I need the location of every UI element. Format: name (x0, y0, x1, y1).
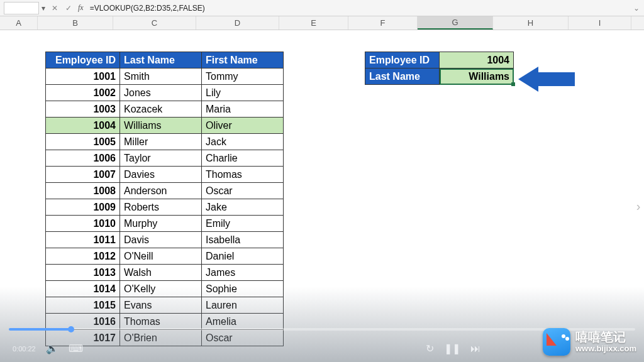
cell-employee-id[interactable]: 1015 (46, 297, 120, 314)
cell-employee-id[interactable]: 1005 (46, 134, 120, 150)
video-progress-bar[interactable] (9, 328, 635, 331)
cell-last-name[interactable]: Miller (120, 134, 202, 150)
cell-first-name[interactable]: Maria (202, 101, 284, 118)
cell-employee-id[interactable]: 1007 (46, 167, 120, 183)
cell-first-name[interactable]: Jake (202, 199, 284, 216)
cell-first-name[interactable]: Daniel (202, 248, 284, 265)
cell-employee-id[interactable]: 1004 (46, 118, 120, 134)
lookup-id-label[interactable]: Employee ID (365, 52, 440, 69)
table-row[interactable]: 1014O'KellySophie (46, 281, 284, 297)
cell-employee-id[interactable]: 1009 (46, 199, 120, 216)
cell-first-name[interactable]: Thomas (202, 167, 284, 183)
cell-first-name[interactable]: Tommy (202, 69, 284, 85)
column-header[interactable]: F (348, 16, 418, 30)
cell-employee-id[interactable]: 1014 (46, 281, 120, 297)
formula-bar-expand-icon[interactable]: ⌄ (629, 4, 644, 13)
cell-last-name[interactable]: Jones (120, 85, 202, 101)
table-row[interactable]: 1008AndersonOscar (46, 183, 284, 199)
danmaku-icon[interactable]: ⌨ (69, 343, 83, 354)
cell-employee-id[interactable]: 1006 (46, 150, 120, 167)
replay-icon[interactable]: ↻ (426, 343, 434, 354)
cell-last-name[interactable]: Murphy (120, 216, 202, 232)
cell-first-name[interactable]: Lauren (202, 297, 284, 314)
lookup-id-value[interactable]: 1004 (440, 52, 514, 69)
lookup-table: Employee ID 1004 Last Name Williams (365, 52, 514, 85)
cell-last-name[interactable]: Kozacek (120, 101, 202, 118)
cell-employee-id[interactable]: 1011 (46, 232, 120, 248)
table-row[interactable]: 1012O'NeillDaniel (46, 248, 284, 265)
cell-first-name[interactable]: Sophie (202, 281, 284, 297)
watermark-logo-icon (543, 328, 570, 356)
header-employee-id[interactable]: Employee ID (46, 52, 120, 69)
cell-last-name[interactable]: Smith (120, 69, 202, 85)
cell-employee-id[interactable]: 1013 (46, 265, 120, 281)
employee-table: Employee ID Last Name First Name 1001Smi… (45, 52, 284, 346)
table-row[interactable]: 1005MillerJack (46, 134, 284, 150)
fx-icon[interactable]: fx (78, 3, 84, 13)
table-row[interactable]: 1010MurphyEmily (46, 216, 284, 232)
cell-last-name[interactable]: Anderson (120, 183, 202, 199)
cell-employee-id[interactable]: 1003 (46, 101, 120, 118)
cell-last-name[interactable]: Roberts (120, 199, 202, 216)
cell-first-name[interactable]: Charlie (202, 150, 284, 167)
table-row[interactable]: 1002JonesLily (46, 85, 284, 101)
column-header[interactable]: E (279, 16, 348, 30)
table-row[interactable]: 1007DaviesThomas (46, 167, 284, 183)
cell-employee-id[interactable]: 1012 (46, 248, 120, 265)
table-row[interactable]: 1001SmithTommy (46, 69, 284, 85)
column-header[interactable]: H (493, 16, 569, 30)
table-row[interactable]: 1004WilliamsOliver (46, 118, 284, 134)
cell-last-name[interactable]: O'Neill (120, 248, 202, 265)
table-row[interactable]: 1006TaylorCharlie (46, 150, 284, 167)
lookup-last-value[interactable]: Williams (440, 69, 514, 85)
table-row[interactable]: 1011DavisIsabella (46, 232, 284, 248)
cell-employee-id[interactable]: 1010 (46, 216, 120, 232)
cell-first-name[interactable]: Lily (202, 85, 284, 101)
header-last-name[interactable]: Last Name (120, 52, 202, 69)
name-box[interactable] (4, 2, 39, 14)
worksheet[interactable]: Employee ID Last Name First Name 1001Smi… (0, 30, 644, 362)
callout-arrow-icon (518, 67, 575, 92)
cell-employee-id[interactable]: 1002 (46, 85, 120, 101)
table-row[interactable]: 1013WalshJames (46, 265, 284, 281)
cell-first-name[interactable]: Jack (202, 134, 284, 150)
column-header[interactable]: G (418, 16, 493, 30)
cell-last-name[interactable]: Davis (120, 232, 202, 248)
table-row[interactable]: 1015EvansLauren (46, 297, 284, 314)
column-header[interactable]: B (38, 16, 113, 30)
cell-last-name[interactable]: Davies (120, 167, 202, 183)
scroll-right-icon[interactable]: › (634, 194, 643, 219)
table-row[interactable]: 1009RobertsJake (46, 199, 284, 216)
cell-employee-id[interactable]: 1001 (46, 69, 120, 85)
cell-first-name[interactable]: Isabella (202, 232, 284, 248)
formula-confirm-icon[interactable]: ✓ (62, 4, 75, 13)
cell-last-name[interactable]: Evans (120, 297, 202, 314)
header-first-name[interactable]: First Name (202, 52, 284, 69)
next-icon[interactable]: ⏭ (470, 343, 480, 354)
cell-first-name[interactable]: Oscar (202, 183, 284, 199)
cell-first-name[interactable]: Oliver (202, 118, 284, 134)
cell-last-name[interactable]: Taylor (120, 150, 202, 167)
column-header[interactable]: A (0, 16, 38, 30)
video-progress-fill (9, 328, 72, 331)
lookup-last-label[interactable]: Last Name (365, 69, 440, 85)
cell-first-name[interactable]: Emily (202, 216, 284, 232)
volume-icon[interactable]: 🔈 (46, 343, 58, 354)
watermark-url: www.bijixx.com (575, 344, 636, 354)
table-row[interactable]: 1003KozacekMaria (46, 101, 284, 118)
column-header[interactable]: C (113, 16, 196, 30)
formula-bar: ▾ ✕ ✓ fx =VLOOKUP(G2,B2:D35,2,FALSE) ⌄ (0, 0, 644, 16)
column-header[interactable]: I (569, 16, 631, 30)
cell-last-name[interactable]: O'Kelly (120, 281, 202, 297)
cell-last-name[interactable]: Walsh (120, 265, 202, 281)
cell-last-name[interactable]: Williams (120, 118, 202, 134)
pause-icon[interactable]: ❚❚ (444, 343, 460, 354)
formula-cancel-icon[interactable]: ✕ (48, 4, 62, 13)
column-header[interactable]: D (196, 16, 279, 30)
cell-first-name[interactable]: James (202, 265, 284, 281)
name-box-dropdown-icon[interactable]: ▾ (39, 4, 48, 13)
watermark: 嘻嘻笔记 www.bijixx.com (543, 328, 636, 356)
formula-input[interactable]: =VLOOKUP(G2,B2:D35,2,FALSE) (87, 4, 629, 13)
column-header-row: ABCDEFGHI (0, 16, 644, 30)
cell-employee-id[interactable]: 1008 (46, 183, 120, 199)
